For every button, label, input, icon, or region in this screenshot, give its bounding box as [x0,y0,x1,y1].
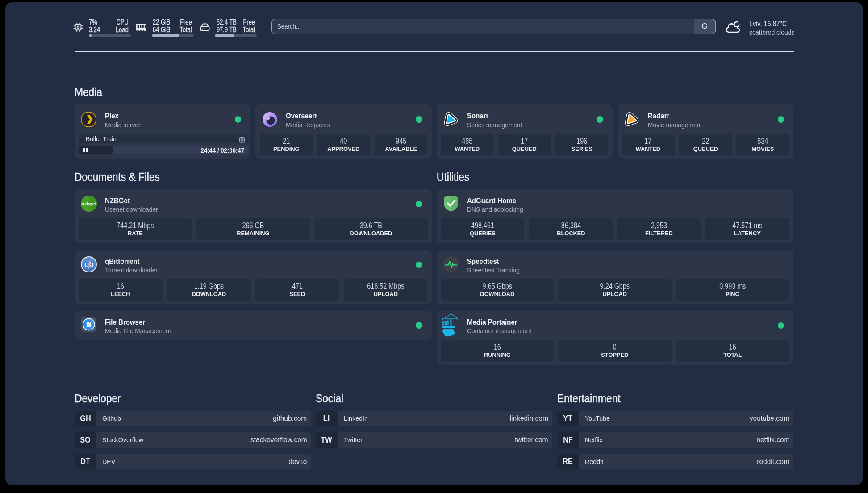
svg-text:qb: qb [84,259,94,268]
svg-text:nzbget: nzbget [81,201,96,206]
